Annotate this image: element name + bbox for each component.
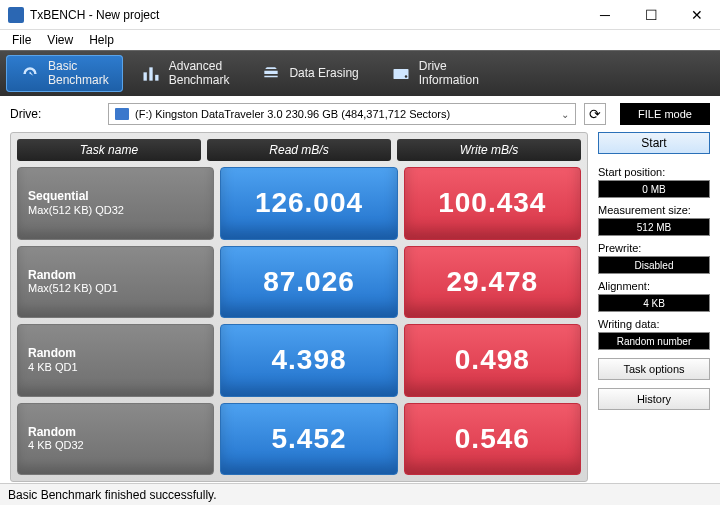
read-cell: 4.398 [220,324,397,397]
history-button[interactable]: History [598,388,710,410]
maximize-button[interactable]: ☐ [628,0,674,30]
task-cell: SequentialMax(512 KB) QD32 [17,167,214,240]
menu-file[interactable]: File [4,31,39,49]
file-mode-label: FILE mode [638,108,692,120]
menubar: File View Help [0,30,720,50]
result-row: Random4 KB QD32 5.452 0.546 [17,403,581,476]
task-cell: Random4 KB QD32 [17,403,214,476]
alignment-label: Alignment: [598,280,710,292]
status-text: Basic Benchmark finished successfully. [8,488,217,502]
chevron-down-icon: ⌄ [561,109,569,120]
bars-icon [141,64,161,84]
tab-label: Data Erasing [289,67,358,80]
tab-label: Basic Benchmark [48,60,109,86]
refresh-button[interactable]: ⟳ [584,103,606,125]
svg-rect-1 [149,67,152,80]
tab-label: Drive Information [419,60,479,86]
write-cell: 100.434 [404,167,581,240]
header-write: Write mB/s [397,139,581,161]
drive-select[interactable]: (F:) Kingston DataTraveler 3.0 230.96 GB… [108,103,576,125]
menu-view[interactable]: View [39,31,81,49]
task-options-button[interactable]: Task options [598,358,710,380]
write-cell: 0.498 [404,324,581,397]
tab-data-erasing[interactable]: Data Erasing [247,55,372,92]
side-panel: Start Start position: 0 MB Measurement s… [598,132,710,482]
read-cell: 5.452 [220,403,397,476]
writing-data-value[interactable]: Random number [598,332,710,350]
close-button[interactable]: ✕ [674,0,720,30]
measurement-size-value[interactable]: 512 MB [598,218,710,236]
write-cell: 29.478 [404,246,581,319]
drive-icon [391,64,411,84]
write-cell: 0.546 [404,403,581,476]
status-bar: Basic Benchmark finished successfully. [0,483,720,505]
result-row: Random4 KB QD1 4.398 0.498 [17,324,581,397]
result-row: RandomMax(512 KB) QD1 87.026 29.478 [17,246,581,319]
results-panel: Task name Read mB/s Write mB/s Sequentia… [10,132,588,482]
start-position-value[interactable]: 0 MB [598,180,710,198]
prewrite-value[interactable]: Disabled [598,256,710,274]
file-mode-button[interactable]: FILE mode [620,103,710,125]
refresh-icon: ⟳ [589,106,601,122]
gauge-icon [20,64,40,84]
drive-label: Drive: [10,107,100,121]
svg-rect-0 [143,72,146,80]
window-title: TxBENCH - New project [30,8,582,22]
svg-point-4 [405,75,408,78]
header-task: Task name [17,139,201,161]
tab-advanced-benchmark[interactable]: Advanced Benchmark [127,55,244,92]
drive-row: Drive: (F:) Kingston DataTraveler 3.0 23… [0,96,720,132]
read-cell: 126.004 [220,167,397,240]
tab-basic-benchmark[interactable]: Basic Benchmark [6,55,123,92]
header-read: Read mB/s [207,139,391,161]
result-row: SequentialMax(512 KB) QD32 126.004 100.4… [17,167,581,240]
writing-data-label: Writing data: [598,318,710,330]
tab-label: Advanced Benchmark [169,60,230,86]
drive-icon [115,108,129,120]
start-button[interactable]: Start [598,132,710,154]
tab-drive-information[interactable]: Drive Information [377,55,493,92]
minimize-button[interactable]: ─ [582,0,628,30]
tabstrip: Basic Benchmark Advanced Benchmark Data … [0,50,720,96]
alignment-value[interactable]: 4 KB [598,294,710,312]
menu-help[interactable]: Help [81,31,122,49]
start-position-label: Start position: [598,166,710,178]
erase-icon [261,64,281,84]
task-cell: RandomMax(512 KB) QD1 [17,246,214,319]
prewrite-label: Prewrite: [598,242,710,254]
measurement-size-label: Measurement size: [598,204,710,216]
svg-rect-2 [155,74,158,80]
task-cell: Random4 KB QD1 [17,324,214,397]
titlebar: TxBENCH - New project ─ ☐ ✕ [0,0,720,30]
read-cell: 87.026 [220,246,397,319]
app-icon [8,7,24,23]
drive-selected-text: (F:) Kingston DataTraveler 3.0 230.96 GB… [135,108,450,120]
